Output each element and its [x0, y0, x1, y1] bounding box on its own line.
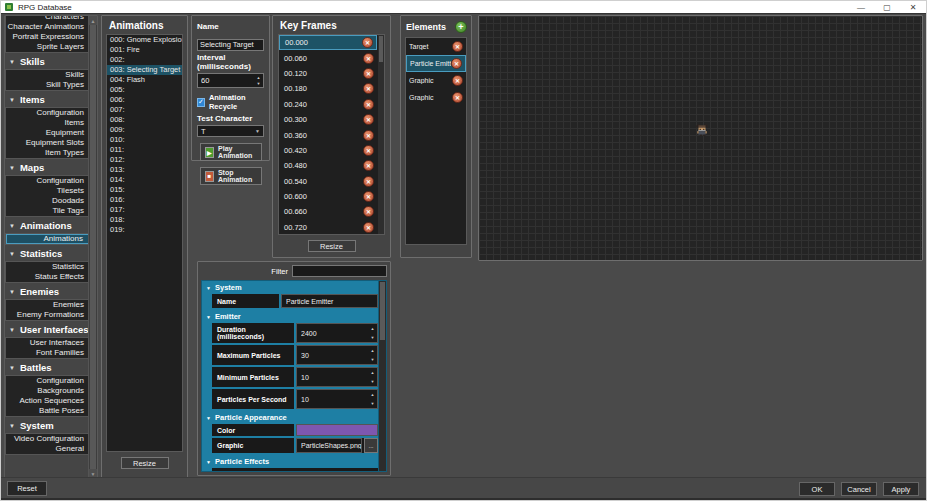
delete-element-icon[interactable]: ✕ — [452, 92, 463, 103]
interval-down-icon[interactable]: ▼ — [254, 81, 263, 88]
delete-keyframe-icon[interactable]: ✕ — [363, 206, 374, 217]
sidebar-item-sprite-layers[interactable]: Sprite Layers — [6, 42, 89, 52]
property-stepper-input[interactable] — [297, 346, 368, 364]
sidebar-item-skills[interactable]: Skills — [6, 70, 89, 80]
sidebar-section-system[interactable]: ▼System — [5, 418, 90, 433]
scroll-up-icon[interactable]: ▲ — [89, 16, 97, 25]
animation-list-item[interactable]: 012: — [107, 155, 182, 165]
sidebar-item-tilesets[interactable]: Tilesets — [6, 186, 89, 196]
property-group-particle-effects[interactable]: ▼Particle Effects — [202, 455, 378, 468]
keyframe-row[interactable]: 00.360✕ — [279, 127, 377, 142]
property-group-system[interactable]: ▼System — [202, 281, 378, 294]
delete-element-icon[interactable]: ✕ — [451, 58, 462, 69]
stepper-down-icon[interactable]: ▼ — [368, 333, 377, 342]
interval-input[interactable] — [198, 74, 254, 87]
play-animation-button[interactable]: ▶ Play Animation — [200, 143, 262, 161]
animation-list-item[interactable]: 002: — [107, 55, 182, 65]
maximize-icon[interactable]: ▢ — [874, 1, 900, 13]
keyframe-row[interactable]: 00.480✕ — [279, 158, 377, 173]
property-stepper-input[interactable] — [297, 368, 368, 386]
color-swatch[interactable] — [296, 424, 378, 436]
delete-keyframe-icon[interactable]: ✕ — [363, 130, 374, 141]
animation-list-item[interactable]: 000: Gnome Explosion — [107, 35, 182, 45]
sidebar-item-enemy-formations[interactable]: Enemy Formations — [6, 310, 89, 320]
animation-list-item[interactable]: 003: Selecting Target — [107, 65, 182, 75]
property-grid-scrollbar[interactable] — [378, 281, 386, 471]
animation-list-item[interactable]: 007: — [107, 105, 182, 115]
animation-list-item[interactable]: 011: — [107, 145, 182, 155]
sidebar-item-tile-tags[interactable]: Tile Tags — [6, 206, 89, 216]
delete-keyframe-icon[interactable]: ✕ — [363, 176, 374, 187]
stepper-up-icon[interactable]: ▲ — [368, 368, 377, 377]
sidebar-item-general[interactable]: General — [6, 444, 89, 454]
delete-keyframe-icon[interactable]: ✕ — [363, 99, 374, 110]
property-text-input[interactable] — [281, 294, 378, 308]
keyframe-row[interactable]: 00.600✕ — [279, 189, 377, 204]
sidebar-item-skill-types[interactable]: Skill Types — [6, 80, 89, 90]
delete-element-icon[interactable]: ✕ — [452, 75, 463, 86]
delete-keyframe-icon[interactable]: ✕ — [363, 222, 374, 233]
sidebar-section-animations[interactable]: ▼Animations — [5, 218, 90, 233]
keyframes-scroll-thumb[interactable] — [379, 36, 383, 62]
filter-input[interactable] — [292, 265, 387, 277]
property-grid-scroll-thumb[interactable] — [380, 282, 385, 340]
keyframe-row[interactable]: 00.540✕ — [279, 174, 377, 189]
sidebar-item-items[interactable]: Items — [6, 118, 89, 128]
element-row-graphic[interactable]: Graphic✕ — [406, 72, 466, 89]
close-icon[interactable]: ✕ — [900, 1, 926, 13]
delete-keyframe-icon[interactable]: ✕ — [363, 83, 374, 94]
element-row-target[interactable]: Target✕ — [406, 38, 466, 55]
sidebar-section-maps[interactable]: ▼Maps — [5, 160, 90, 175]
animation-list-item[interactable]: 016: — [107, 195, 182, 205]
keyframe-row[interactable]: 00.120✕ — [279, 66, 377, 81]
gnome-sprite[interactable] — [695, 123, 709, 137]
delete-keyframe-icon[interactable]: ✕ — [363, 114, 374, 125]
keyframe-row[interactable]: 00.240✕ — [279, 97, 377, 112]
animation-list-item[interactable]: 008: — [107, 115, 182, 125]
keyframes-scrollbar[interactable] — [378, 35, 384, 234]
test-character-select[interactable]: T ▼ — [197, 125, 264, 137]
delete-keyframe-icon[interactable]: ✕ — [363, 191, 374, 202]
keyframe-row[interactable]: 00.060✕ — [279, 50, 377, 65]
sidebar-item-configuration[interactable]: Configuration — [6, 108, 89, 118]
sidebar-item-portrait-expressions[interactable]: Portrait Expressions — [6, 32, 89, 42]
sidebar-scroll-thumb[interactable] — [90, 25, 96, 469]
sidebar-item-user-interfaces[interactable]: User Interfaces — [6, 338, 89, 348]
animation-list-item[interactable]: 001: Fire — [107, 45, 182, 55]
sidebar-section-enemies[interactable]: ▼Enemies — [5, 284, 90, 299]
stepper-up-icon[interactable]: ▲ — [368, 346, 377, 355]
keyframe-row[interactable]: 00.000✕ — [279, 35, 377, 50]
minimize-icon[interactable]: — — [848, 1, 874, 13]
animation-list-item[interactable]: 004: Flash — [107, 75, 182, 85]
name-input[interactable] — [197, 39, 264, 51]
sidebar-item-characters[interactable]: Characters — [6, 15, 89, 22]
animation-list-item[interactable]: 009: — [107, 125, 182, 135]
sidebar-item-configuration[interactable]: Configuration — [6, 176, 89, 186]
sidebar-item-equipment-slots[interactable]: Equipment Slots — [6, 138, 89, 148]
keyframes-resize-button[interactable]: Resize — [308, 240, 356, 252]
keyframe-row[interactable]: 00.300✕ — [279, 112, 377, 127]
ok-button[interactable]: OK — [799, 482, 835, 496]
delete-keyframe-icon[interactable]: ✕ — [363, 68, 374, 79]
sidebar-item-equipment[interactable]: Equipment — [6, 128, 89, 138]
sidebar-item-backgrounds[interactable]: Backgrounds — [6, 386, 89, 396]
keyframe-row[interactable]: 00.180✕ — [279, 81, 377, 96]
sidebar-scrollbar[interactable]: ▲ ▼ — [88, 16, 97, 478]
sidebar-item-font-families[interactable]: Font Families — [6, 348, 89, 358]
stepper-down-icon[interactable]: ▼ — [368, 355, 377, 364]
element-row-particle-emitter[interactable]: Particle Emitter✕ — [406, 55, 466, 72]
sidebar-item-status-effects[interactable]: Status Effects — [6, 272, 89, 282]
animation-list-item[interactable]: 006: — [107, 95, 182, 105]
property-stepper-input[interactable] — [297, 390, 368, 408]
keyframe-row[interactable]: 00.720✕ — [279, 220, 377, 234]
property-subgroup-birth[interactable]: Birth — [212, 468, 378, 472]
sidebar-item-video-configuration[interactable]: Video Configuration — [6, 434, 89, 444]
apply-button[interactable]: Apply — [883, 482, 919, 496]
delete-keyframe-icon[interactable]: ✕ — [363, 53, 374, 64]
delete-element-icon[interactable]: ✕ — [452, 41, 463, 52]
graphic-file-input[interactable] — [296, 438, 362, 453]
reset-button[interactable]: Reset — [7, 481, 47, 496]
sidebar-section-battles[interactable]: ▼Battles — [5, 360, 90, 375]
property-stepper-input[interactable] — [297, 324, 368, 342]
animation-list-item[interactable]: 013: — [107, 165, 182, 175]
